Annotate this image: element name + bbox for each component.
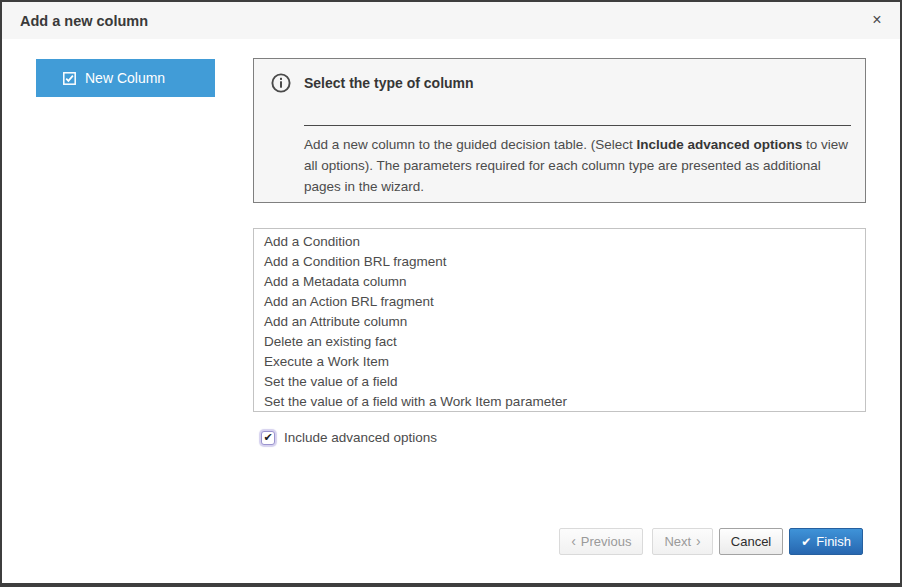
list-item[interactable]: Set the value of a field with a Work Ite… xyxy=(254,392,865,412)
finish-button-label: Finish xyxy=(816,534,851,549)
previous-button[interactable]: ‹ Previous xyxy=(559,528,643,555)
close-icon[interactable]: × xyxy=(868,9,886,31)
cancel-button[interactable]: Cancel xyxy=(719,528,783,555)
dialog-title: Add a new column xyxy=(20,13,148,29)
advanced-options-checkbox[interactable]: ✔ xyxy=(261,431,275,445)
sidebar-step-new-column[interactable]: New Column xyxy=(36,59,215,97)
advanced-options-row: ✔ Include advanced options xyxy=(261,430,437,445)
column-type-listbox[interactable]: Add a Condition Add a Condition BRL frag… xyxy=(253,228,866,412)
list-item[interactable]: Delete an existing fact xyxy=(254,332,865,352)
description-bold-text: Include advanced options xyxy=(636,137,802,152)
description-text: Add a new column to the guided decision … xyxy=(304,137,636,152)
heading-divider xyxy=(304,125,851,126)
finish-button[interactable]: ✔ Finish xyxy=(789,528,863,555)
wizard-footer: ‹ Previous Next › Cancel ✔ Finish xyxy=(559,528,863,555)
checked-checkbox-icon xyxy=(63,72,76,85)
list-item[interactable]: Set the value of a field xyxy=(254,372,865,392)
dialog-titlebar: Add a new column × xyxy=(2,2,900,39)
panel-heading: Select the type of column xyxy=(304,75,474,91)
info-icon xyxy=(271,73,291,97)
list-item[interactable]: Add an Attribute column xyxy=(254,312,865,332)
chevron-right-icon: › xyxy=(696,535,701,548)
next-button[interactable]: Next › xyxy=(652,528,712,555)
list-item[interactable]: Add a Condition BRL fragment xyxy=(254,252,865,272)
list-item[interactable]: Add an Action BRL fragment xyxy=(254,292,865,312)
panel-description: Add a new column to the guided decision … xyxy=(304,134,855,197)
previous-button-label: Previous xyxy=(581,534,632,549)
next-button-label: Next xyxy=(664,534,691,549)
list-item[interactable]: Execute a Work Item xyxy=(254,352,865,372)
advanced-options-label: Include advanced options xyxy=(284,430,437,445)
add-column-dialog: Add a new column × New Column Select the… xyxy=(0,0,902,587)
chevron-left-icon: ‹ xyxy=(571,535,576,548)
list-item[interactable]: Add a Condition xyxy=(254,232,865,252)
step-label: New Column xyxy=(85,70,165,86)
list-item[interactable]: Add a Metadata column xyxy=(254,272,865,292)
info-panel: Select the type of column Add a new colu… xyxy=(253,58,866,203)
check-icon: ✔ xyxy=(801,535,811,549)
cancel-button-label: Cancel xyxy=(731,534,771,549)
